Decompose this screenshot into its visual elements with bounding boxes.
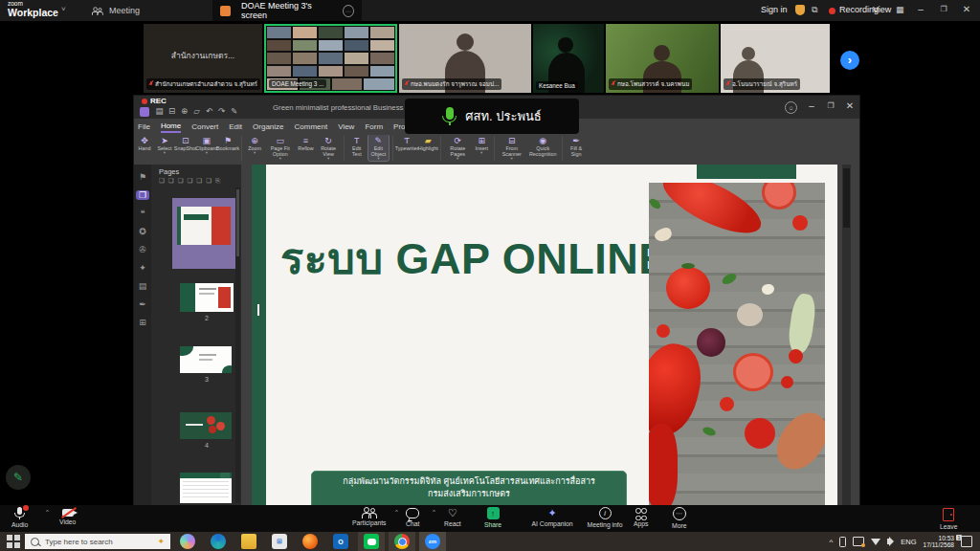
minimize-button[interactable]: –: [911, 4, 930, 14]
view-grid-icon[interactable]: ▦: [896, 5, 904, 14]
taskbar-search[interactable]: Type here to search ✦: [25, 534, 170, 549]
pages-panel-icon[interactable]: ❐: [136, 190, 149, 200]
volume-icon[interactable]: [887, 539, 890, 544]
phone-link-icon[interactable]: [839, 537, 846, 547]
page-thumb-2[interactable]: [180, 283, 234, 312]
ribbon-reflow-button[interactable]: ≡Reflow: [298, 135, 315, 152]
menu-view[interactable]: View: [338, 122, 354, 131]
replace-page-icon[interactable]: ❏: [187, 177, 192, 185]
close-button[interactable]: ✕: [957, 4, 976, 14]
start-button[interactable]: [7, 535, 20, 548]
account-icon[interactable]: ☺: [785, 101, 797, 114]
ribbon-scanner-button[interactable]: ⊟From Scanner▾: [499, 135, 524, 161]
react-button[interactable]: ♡ React: [444, 507, 461, 527]
video-tile-person-4[interactable]: อ.โนนนารายณ์ จ.สุรินทร์: [721, 24, 830, 93]
taskbar-firefox[interactable]: [297, 532, 323, 551]
tray-chevron-icon[interactable]: ^: [829, 538, 833, 546]
menu-form[interactable]: Form: [365, 122, 383, 131]
ribbon-snapshot-button[interactable]: ⊡SnapShot: [176, 135, 194, 152]
switch-view-icon[interactable]: ⧉: [812, 5, 817, 15]
scrollbar-thumb[interactable]: [843, 168, 850, 228]
ribbon-fillsign-button[interactable]: ✒Fill & Sign: [567, 135, 586, 158]
next-participants-button[interactable]: ›: [840, 51, 859, 70]
stamps-panel-icon[interactable]: ✪: [136, 227, 149, 236]
edit-pen-icon[interactable]: ✎: [228, 106, 240, 116]
print-icon[interactable]: ⊟: [166, 106, 178, 116]
video-tile-person-1[interactable]: กษอ.พนมดงรัก จารุพรรณ จอมป...: [399, 24, 531, 93]
menu-convert[interactable]: Convert: [191, 122, 218, 131]
ribbon-hand-button[interactable]: ✥Hand: [136, 135, 153, 152]
menu-file[interactable]: File: [138, 122, 150, 131]
new-doc-icon[interactable]: ▱: [190, 106, 203, 116]
ribbon-pagefit-button[interactable]: ▭Page Fit Option▾: [266, 135, 294, 161]
taskbar-edge[interactable]: [205, 532, 232, 551]
meeting-info-button[interactable]: i Meeting info: [584, 507, 626, 528]
participants-options-caret[interactable]: ^: [395, 509, 398, 515]
menu-edit[interactable]: Edit: [229, 122, 242, 131]
swap-page-icon[interactable]: ❏: [206, 177, 212, 185]
taskbar-explorer[interactable]: [235, 532, 262, 551]
audio-button[interactable]: Audio: [11, 507, 28, 528]
pdf-close-button[interactable]: ✕: [840, 100, 859, 111]
ribbon-recognition-button[interactable]: ◉Quick Recognition: [527, 135, 558, 158]
video-tile-person-2[interactable]: Kesanee Bua: [533, 24, 604, 93]
ribbon-rotateview-button[interactable]: ↻Rotate View▾: [318, 135, 340, 161]
share-button[interactable]: ↑ Share: [484, 507, 501, 528]
tab-meeting[interactable]: Meeting: [82, 0, 147, 21]
insert-page-icon[interactable]: ❏: [159, 177, 165, 185]
ai-companion-button[interactable]: ✦ AI Companion: [524, 507, 580, 527]
participants-button[interactable]: Participants: [352, 507, 387, 526]
taskbar-zoom[interactable]: zm: [419, 532, 446, 551]
ribbon-insert-button[interactable]: ⊞Insert▾: [473, 135, 490, 155]
ribbon-edittext-button[interactable]: TEdit Text: [348, 135, 366, 158]
layers-panel-icon[interactable]: ▤: [136, 281, 149, 291]
page-thumb-1-selected[interactable]: [172, 198, 235, 269]
view-button[interactable]: View: [873, 5, 891, 14]
split-page-icon[interactable]: ❏: [196, 177, 202, 185]
taskbar-line[interactable]: [358, 532, 385, 551]
ribbon-typewriter-button[interactable]: ƬTypewriter: [397, 135, 416, 152]
video-tile-gallery-active[interactable]: DOAE Meeting 3 ...: [264, 24, 397, 93]
page-thumb-4[interactable]: [180, 412, 232, 439]
extract-page-icon[interactable]: ❏: [178, 177, 184, 185]
display-icon[interactable]: [853, 537, 864, 546]
ribbon-highlight-button[interactable]: ▰Highlight: [419, 135, 436, 152]
tab-shared-screen[interactable]: DOAE Meeting 3's screen ⋯: [212, 0, 362, 21]
video-tile-person-3[interactable]: กษอ.โพนสวรรค์ จ.นครพนม: [606, 24, 719, 93]
tab-options-icon[interactable]: ⋯: [343, 5, 354, 17]
undo-icon[interactable]: ↶: [203, 106, 215, 116]
menu-comment[interactable]: Comment: [295, 122, 328, 131]
ribbon-rotatepages-button[interactable]: ⟳Rotate Pages▾: [445, 135, 470, 161]
zoom-tool-icon[interactable]: ⊕: [178, 106, 190, 116]
pages-panel-scrollbar[interactable]: [235, 187, 240, 503]
taskbar-outlook[interactable]: O: [327, 532, 354, 551]
pdf-restore-button[interactable]: ❐: [821, 101, 840, 110]
page-thumb-3[interactable]: [180, 346, 232, 373]
menu-organize[interactable]: Organize: [253, 122, 283, 131]
ribbon-select-button[interactable]: ➤Select▾: [156, 135, 173, 155]
attachments-panel-icon[interactable]: ✇: [136, 245, 149, 254]
video-tile-office[interactable]: สำนักงานเกษตร... สำนักงานเกษตรอำเภอลำดวน…: [144, 24, 262, 93]
more-button[interactable]: ⋯ More: [672, 507, 687, 529]
chevron-down-icon[interactable]: ˅: [61, 5, 66, 13]
ribbon-zoom-button[interactable]: ⊕Zoom▾: [246, 135, 263, 155]
bookmark-panel-icon[interactable]: ⚑: [136, 172, 149, 182]
comments-panel-icon[interactable]: ❝: [136, 209, 149, 218]
language-indicator[interactable]: ENG: [901, 538, 916, 546]
page-thumb-5[interactable]: [180, 473, 232, 503]
save-icon[interactable]: ▤: [153, 106, 166, 116]
shield-icon[interactable]: [795, 5, 805, 15]
taskbar-clock[interactable]: 10:53 17/11/2568: [923, 535, 954, 549]
leave-button[interactable]: Leave: [940, 507, 958, 530]
ribbon-editobject-button[interactable]: ✎Edit Object▾: [368, 135, 389, 161]
taskbar-chrome[interactable]: [389, 532, 415, 551]
apps-button[interactable]: Apps: [634, 507, 649, 527]
ribbon-bookmark-button[interactable]: ⚑Bookmark: [218, 135, 237, 152]
signature-panel-icon[interactable]: ✒: [136, 299, 149, 309]
chat-button[interactable]: Chat: [406, 507, 419, 527]
taskbar-store[interactable]: ⊞: [266, 532, 293, 551]
delete-page-icon[interactable]: ❏: [168, 177, 174, 185]
wifi-icon[interactable]: [871, 539, 880, 545]
maximize-button[interactable]: ❐: [934, 5, 953, 13]
pdf-minimize-button[interactable]: –: [802, 100, 821, 111]
